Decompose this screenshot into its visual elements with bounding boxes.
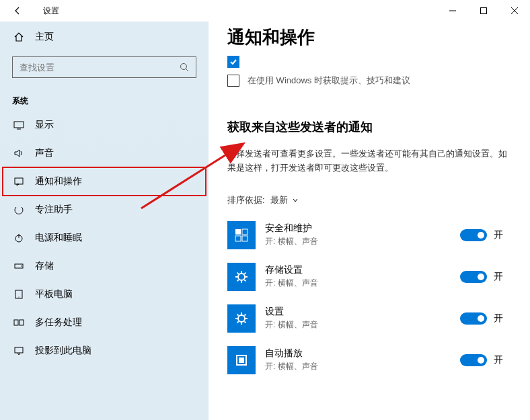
svg-point-10 bbox=[21, 265, 22, 267]
sender-app-icon bbox=[227, 346, 256, 374]
sidebar-item-storage[interactable]: 存储 bbox=[0, 252, 209, 280]
svg-point-21 bbox=[238, 315, 245, 322]
sender-app-icon bbox=[227, 263, 256, 291]
sidebar: 主页 系统 显示 声音 通知和操作 专注助手 电源和睡眠 bbox=[0, 22, 209, 420]
senders-section-title: 获取来自这些发送者的通知 bbox=[227, 119, 530, 135]
tablet-icon bbox=[12, 289, 26, 300]
sidebar-item-sound[interactable]: 声音 bbox=[0, 139, 209, 167]
search-input[interactable] bbox=[20, 62, 178, 73]
sender-list: 安全和维护 开: 横幅、声音 开 存储设置 开: 横幅、声音 bbox=[227, 214, 530, 381]
sidebar-section-header: 系统 bbox=[12, 95, 196, 107]
sidebar-item-label: 声音 bbox=[35, 147, 54, 159]
checkbox-unchecked-icon bbox=[227, 75, 239, 87]
svg-point-12 bbox=[18, 296, 19, 297]
toggle-switch[interactable] bbox=[460, 229, 487, 241]
toggle-label: 开 bbox=[494, 229, 503, 241]
tips-checkbox-label: 在使用 Windows 时获取提示、技巧和建议 bbox=[248, 75, 410, 87]
sidebar-item-display[interactable]: 显示 bbox=[0, 111, 209, 139]
svg-rect-1 bbox=[481, 8, 487, 14]
sender-sub: 开: 横幅、声音 bbox=[265, 236, 460, 247]
sidebar-item-label: 通知和操作 bbox=[35, 175, 82, 187]
sidebar-item-label: 专注助手 bbox=[35, 204, 73, 216]
home-icon bbox=[12, 32, 26, 42]
titlebar: 设置 bbox=[0, 0, 530, 22]
svg-rect-6 bbox=[15, 178, 23, 184]
close-button[interactable] bbox=[499, 0, 530, 22]
svg-rect-14 bbox=[20, 320, 24, 325]
sidebar-item-label: 显示 bbox=[35, 119, 54, 131]
sort-dropdown[interactable]: 排序依据: 最新 bbox=[227, 194, 530, 206]
toggle-switch[interactable] bbox=[460, 271, 487, 283]
minimize-button[interactable] bbox=[437, 0, 468, 22]
chevron-down-icon bbox=[292, 197, 299, 204]
notifications-icon bbox=[12, 176, 26, 187]
sidebar-item-tablet[interactable]: 平板电脑 bbox=[0, 280, 209, 308]
home-link[interactable]: 主页 bbox=[0, 27, 209, 47]
checkbox-checked-icon bbox=[227, 56, 239, 68]
svg-rect-4 bbox=[14, 122, 24, 128]
sidebar-item-label: 电源和睡眠 bbox=[35, 232, 82, 244]
svg-point-2 bbox=[181, 64, 187, 70]
sender-item[interactable]: 安全和维护 开: 横幅、声音 开 bbox=[227, 214, 530, 256]
sidebar-item-multitask[interactable]: 多任务处理 bbox=[0, 308, 209, 337]
sender-name: 存储设置 bbox=[265, 264, 460, 276]
main-content: 通知和操作 在使用 Windows 时获取提示、技巧和建议 获取来自这些发送者的… bbox=[209, 22, 530, 420]
sidebar-item-power[interactable]: 电源和睡眠 bbox=[0, 224, 209, 252]
toggle-label: 开 bbox=[494, 271, 503, 283]
window-title: 设置 bbox=[43, 5, 59, 17]
svg-rect-23 bbox=[239, 358, 244, 363]
sidebar-item-label: 存储 bbox=[35, 260, 54, 272]
svg-rect-15 bbox=[15, 347, 23, 353]
sort-label: 排序依据: bbox=[227, 194, 265, 206]
storage-icon bbox=[12, 261, 26, 271]
sender-item[interactable]: 自动播放 开: 横幅、声音 开 bbox=[227, 339, 530, 381]
sidebar-item-label: 平板电脑 bbox=[35, 288, 73, 300]
sidebar-item-label: 多任务处理 bbox=[35, 317, 82, 329]
toggle-label: 开 bbox=[494, 354, 503, 366]
toggle-switch[interactable] bbox=[460, 354, 487, 366]
svg-rect-16 bbox=[235, 229, 241, 235]
svg-point-20 bbox=[238, 274, 245, 280]
svg-line-3 bbox=[186, 69, 189, 72]
search-icon bbox=[178, 62, 190, 72]
sender-app-icon bbox=[227, 221, 256, 249]
tips-checkbox-row[interactable]: 在使用 Windows 时获取提示、技巧和建议 bbox=[227, 75, 530, 87]
toggle-label: 开 bbox=[494, 312, 503, 325]
home-label: 主页 bbox=[35, 31, 54, 43]
svg-rect-19 bbox=[242, 236, 248, 241]
sender-name: 自动播放 bbox=[265, 347, 460, 360]
sender-item[interactable]: 设置 开: 横幅、声音 开 bbox=[227, 298, 530, 339]
sender-item[interactable]: 存储设置 开: 横幅、声音 开 bbox=[227, 256, 530, 298]
sidebar-item-focus[interactable]: 专注助手 bbox=[0, 196, 209, 224]
svg-rect-17 bbox=[242, 229, 248, 235]
focus-icon bbox=[12, 204, 26, 215]
sound-icon bbox=[12, 148, 26, 159]
maximize-button[interactable] bbox=[468, 0, 499, 22]
sender-sub: 开: 横幅、声音 bbox=[265, 319, 460, 331]
back-button[interactable] bbox=[9, 3, 26, 19]
sidebar-item-label: 投影到此电脑 bbox=[35, 345, 91, 357]
sort-value: 最新 bbox=[270, 194, 288, 206]
sidebar-item-notifications[interactable]: 通知和操作 bbox=[3, 167, 206, 196]
power-icon bbox=[12, 233, 26, 243]
sender-app-icon bbox=[227, 304, 256, 333]
sender-sub: 开: 横幅、声音 bbox=[265, 361, 460, 372]
obscured-setting-row[interactable] bbox=[227, 56, 530, 68]
sidebar-item-project[interactable]: 投影到此电脑 bbox=[0, 337, 209, 365]
svg-rect-18 bbox=[235, 236, 241, 241]
senders-section-desc: 选择发送者可查看更多设置。一些发送者还可能有其自己的通知设置。如果是这样，打开发… bbox=[227, 147, 510, 175]
sender-name: 安全和维护 bbox=[265, 222, 460, 235]
multitask-icon bbox=[12, 317, 26, 328]
page-title: 通知和操作 bbox=[227, 26, 530, 49]
sender-sub: 开: 横幅、声音 bbox=[265, 278, 460, 289]
svg-rect-13 bbox=[14, 320, 18, 325]
search-box[interactable] bbox=[12, 56, 196, 78]
toggle-switch[interactable] bbox=[460, 312, 487, 325]
sender-name: 设置 bbox=[265, 306, 460, 318]
display-icon bbox=[12, 120, 26, 130]
window-controls bbox=[437, 0, 530, 22]
project-icon bbox=[12, 345, 26, 356]
